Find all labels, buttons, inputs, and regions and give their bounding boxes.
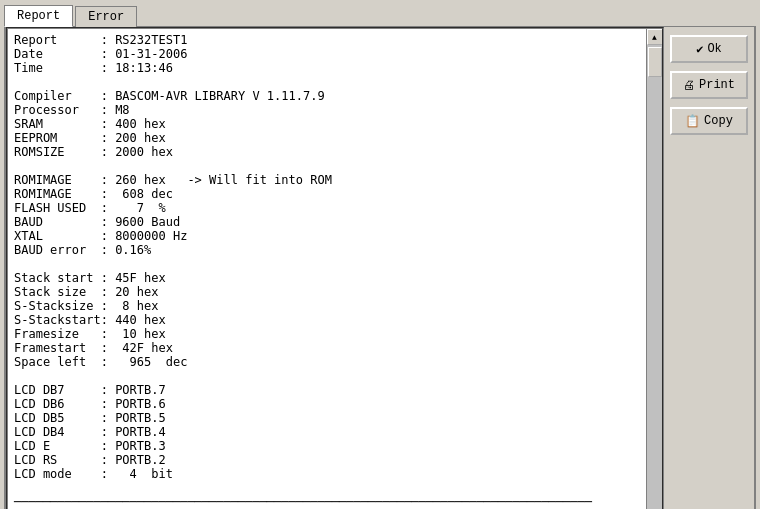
ok-button[interactable]: ✔ Ok	[670, 35, 748, 63]
scroll-track-v[interactable]	[647, 45, 663, 509]
print-icon: 🖨	[683, 78, 695, 93]
ok-label: Ok	[707, 42, 721, 56]
copy-icon: 📋	[685, 114, 700, 129]
vertical-scrollbar: ▲ ▼	[646, 29, 662, 509]
print-label: Print	[699, 78, 735, 92]
tab-report[interactable]: Report	[4, 5, 73, 27]
text-panel: Report : RS232TEST1 Date : 01-31-2006 Ti…	[6, 27, 664, 509]
main-area: Report : RS232TEST1 Date : 01-31-2006 Ti…	[4, 26, 756, 509]
scroll-up-button[interactable]: ▲	[647, 29, 663, 45]
report-text: Report : RS232TEST1 Date : 01-31-2006 Ti…	[14, 33, 640, 509]
ok-check-icon: ✔	[696, 42, 703, 57]
button-panel: ✔ Ok 🖨 Print 📋 Copy	[664, 27, 754, 509]
tab-bar: Report Error	[0, 0, 760, 26]
copy-button[interactable]: 📋 Copy	[670, 107, 748, 135]
print-button[interactable]: 🖨 Print	[670, 71, 748, 99]
text-inner: Report : RS232TEST1 Date : 01-31-2006 Ti…	[8, 29, 646, 509]
scroll-thumb-v[interactable]	[648, 47, 662, 77]
copy-label: Copy	[704, 114, 733, 128]
text-scroll-area: Report : RS232TEST1 Date : 01-31-2006 Ti…	[8, 29, 662, 509]
main-window: Report Error Report : RS232TEST1 Date : …	[0, 0, 760, 509]
tab-error[interactable]: Error	[75, 6, 137, 27]
